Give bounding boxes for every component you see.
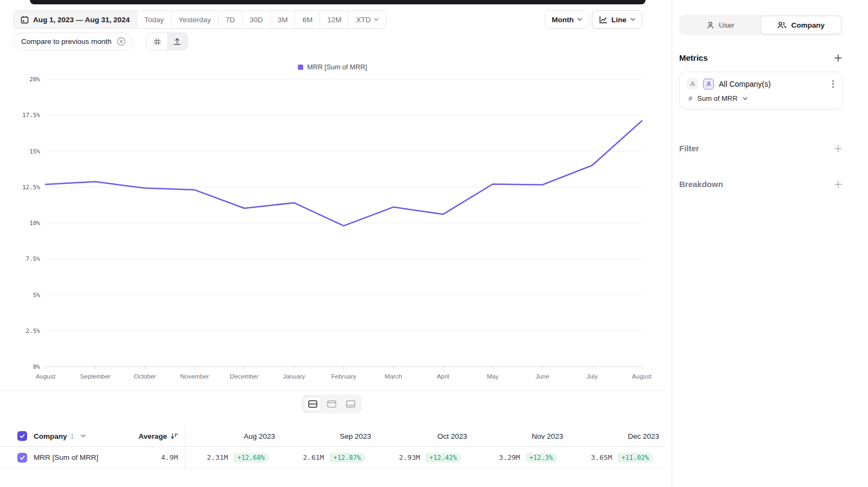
svg-text:August: August bbox=[36, 373, 56, 380]
granularity-dropdown[interactable]: Month bbox=[545, 10, 589, 29]
preset-today[interactable]: Today bbox=[137, 11, 171, 28]
compare-chip[interactable]: Compare to previous month bbox=[13, 33, 132, 50]
chart-only-button[interactable] bbox=[323, 397, 340, 411]
cell-value: 3.29M bbox=[499, 453, 520, 462]
filter-section-header: Filter bbox=[679, 144, 843, 153]
plus-icon[interactable] bbox=[834, 144, 843, 153]
chevron-down-icon bbox=[630, 18, 635, 21]
svg-text:January: January bbox=[283, 373, 305, 380]
layout-toggle bbox=[302, 395, 361, 413]
svg-text:5%: 5% bbox=[33, 292, 41, 299]
svg-text:March: March bbox=[385, 373, 402, 380]
kebab-icon[interactable] bbox=[831, 79, 835, 89]
table-only-button[interactable] bbox=[342, 397, 359, 411]
svg-text:June: June bbox=[535, 373, 549, 380]
close-circle-icon[interactable] bbox=[117, 37, 126, 46]
config-sidebar: User Company Metrics A All Company(s) # … bbox=[672, 0, 868, 487]
chart-type-dropdown[interactable]: Line bbox=[592, 10, 642, 29]
month-column-header[interactable]: Dec 2023 bbox=[570, 432, 666, 440]
cell-value: 3.65M bbox=[591, 453, 612, 462]
change-badge: +12.3% bbox=[526, 453, 557, 463]
group-column-header[interactable]: Company bbox=[34, 432, 67, 440]
date-range-button[interactable]: Aug 1, 2023 — Aug 31, 2024 bbox=[14, 11, 137, 28]
select-all-checkbox[interactable] bbox=[17, 431, 27, 441]
month-column-header[interactable]: Aug 2023 bbox=[186, 432, 282, 440]
contact-card-icon bbox=[703, 79, 714, 89]
date-controls: Aug 1, 2023 — Aug 31, 2024 Today Yesterd… bbox=[13, 10, 386, 29]
average-column-header[interactable]: Average bbox=[138, 432, 167, 440]
table-header-row: Company 1 Average Aug 2023 Sep 2023 Oct … bbox=[0, 426, 665, 447]
svg-text:May: May bbox=[487, 373, 499, 380]
svg-text:0%: 0% bbox=[33, 363, 41, 370]
group-count: 1 bbox=[71, 432, 74, 440]
svg-text:20%: 20% bbox=[29, 76, 40, 83]
preset-6m[interactable]: 6M bbox=[295, 11, 320, 28]
change-badge: +11.02% bbox=[617, 453, 653, 463]
table-row[interactable]: MRR [Sum of MRR] 4.9M 2.31M+12.68% 2.61M… bbox=[0, 447, 665, 469]
average-value: 4.9M bbox=[161, 453, 178, 462]
preset-30d[interactable]: 30D bbox=[242, 11, 270, 28]
mrr-line-chart[interactable]: 0%2.5%5%7.5%10%12.5%15%17.5%20%AugustSep… bbox=[0, 73, 665, 388]
month-column-header[interactable]: Oct 2023 bbox=[378, 432, 474, 440]
month-column-header[interactable]: Sep 2023 bbox=[282, 432, 378, 440]
row-checkbox[interactable] bbox=[17, 453, 27, 463]
main-panel: Aug 1, 2023 — Aug 31, 2024 Today Yesterd… bbox=[0, 0, 665, 487]
breakdown-section-header: Breakdown bbox=[679, 180, 843, 189]
metrics-section-header: Metrics bbox=[679, 53, 843, 62]
checkbox-check-icon bbox=[19, 454, 25, 461]
date-range-label: Aug 1, 2023 — Aug 31, 2024 bbox=[33, 16, 130, 24]
change-badge: +12.68% bbox=[233, 453, 269, 463]
preset-7d[interactable]: 7D bbox=[218, 11, 242, 28]
legend-label: MRR [Sum of MRR] bbox=[307, 63, 367, 71]
svg-text:September: September bbox=[80, 373, 110, 380]
svg-text:April: April bbox=[437, 373, 449, 380]
breakdown-table: Company 1 Average Aug 2023 Sep 2023 Oct … bbox=[0, 426, 665, 469]
gridlines-toggle-button[interactable] bbox=[147, 33, 167, 50]
cumulative-toggle-button[interactable] bbox=[167, 33, 187, 50]
month-column-header[interactable]: Nov 2023 bbox=[474, 432, 570, 440]
row-label: MRR [Sum of MRR] bbox=[34, 453, 98, 462]
checkbox-check-icon bbox=[19, 433, 25, 439]
svg-text:August: August bbox=[632, 373, 652, 380]
plus-icon[interactable] bbox=[834, 180, 843, 189]
chart-option-toggle bbox=[146, 33, 188, 50]
metric-card[interactable]: A All Company(s) # Sum of MRR bbox=[679, 72, 843, 110]
toggle-user[interactable]: User bbox=[680, 16, 761, 34]
chevron-down-icon bbox=[577, 18, 582, 21]
preset-xtd-dropdown[interactable]: XTD bbox=[348, 11, 386, 28]
chevron-down-icon bbox=[743, 97, 748, 100]
svg-text:July: July bbox=[586, 373, 598, 380]
metric-field-selector[interactable]: # Sum of MRR bbox=[687, 94, 835, 102]
svg-text:2.5%: 2.5% bbox=[26, 328, 41, 335]
svg-text:15%: 15% bbox=[29, 148, 40, 155]
metrics-title: Metrics bbox=[679, 53, 708, 62]
metric-title: All Company(s) bbox=[719, 80, 826, 88]
svg-text:12.5%: 12.5% bbox=[22, 184, 40, 191]
cell-value: 2.93M bbox=[399, 453, 420, 462]
user-icon bbox=[706, 21, 714, 29]
line-chart-icon bbox=[599, 16, 608, 24]
preset-yesterday[interactable]: Yesterday bbox=[171, 11, 218, 28]
chart-table-divider bbox=[0, 390, 665, 391]
top-panel-icon bbox=[327, 400, 336, 408]
arrow-up-from-line-icon bbox=[173, 37, 181, 46]
hash-icon: # bbox=[688, 95, 692, 102]
legend-swatch bbox=[298, 65, 303, 70]
preset-12m[interactable]: 12M bbox=[320, 11, 348, 28]
svg-text:November: November bbox=[180, 373, 209, 380]
change-badge: +12.87% bbox=[329, 453, 365, 463]
plus-icon[interactable] bbox=[834, 54, 843, 62]
split-view-button[interactable] bbox=[304, 397, 321, 411]
change-badge: +12.42% bbox=[425, 453, 461, 463]
split-view-icon bbox=[308, 400, 317, 408]
svg-text:17.5%: 17.5% bbox=[22, 112, 40, 119]
entity-toggle: User Company bbox=[679, 15, 843, 35]
cell-value: 2.61M bbox=[303, 453, 324, 462]
svg-text:7.5%: 7.5% bbox=[26, 255, 41, 262]
svg-text:February: February bbox=[331, 373, 356, 380]
bottom-panel-icon bbox=[346, 400, 355, 408]
chevron-down-icon[interactable] bbox=[81, 434, 86, 438]
preset-3m[interactable]: 3M bbox=[270, 11, 295, 28]
toggle-company[interactable]: Company bbox=[761, 16, 842, 34]
sort-icon[interactable] bbox=[170, 432, 178, 440]
